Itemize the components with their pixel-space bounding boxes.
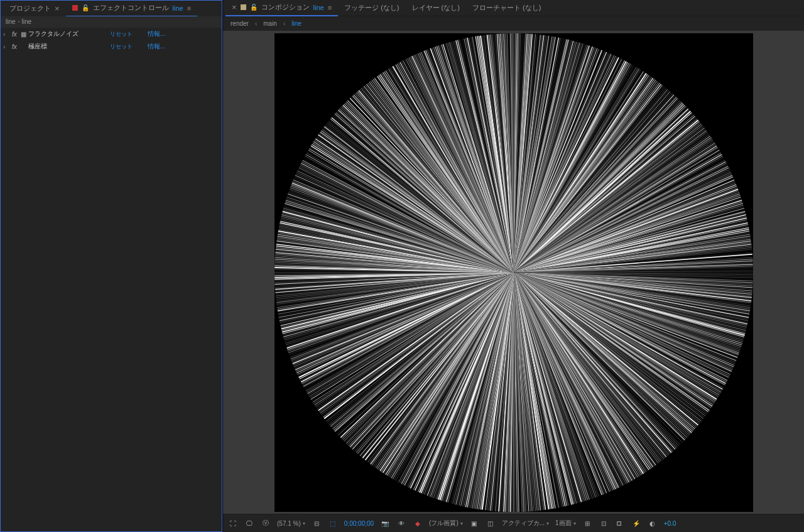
effect-name: 極座標 <box>28 42 110 51</box>
monitor-icon[interactable]: 🖵 <box>244 518 254 528</box>
views-value: 1画面 <box>555 519 572 528</box>
chevron-down-icon: ▾ <box>303 521 305 526</box>
tab-composition[interactable]: × 🔓 コンポジション line ≡ <box>225 0 338 16</box>
exposure-value[interactable]: +0.0 <box>664 520 676 527</box>
fast-preview-icon[interactable]: ⚡ <box>631 518 641 528</box>
tab-label: フローチャート (なし) <box>472 3 541 13</box>
show-snapshot-icon[interactable]: 👁 <box>396 518 406 528</box>
reset-link[interactable]: リセット <box>110 30 148 38</box>
tab-effect-controls[interactable]: 🔓 エフェクトコントロール line ≡ <box>66 0 198 17</box>
zoom-value: (57.1 %) <box>277 520 301 527</box>
mask-icon[interactable]: ⬚ <box>328 518 338 528</box>
chevron-down-icon: ▾ <box>460 521 463 526</box>
tab-label: レイヤー (なし) <box>412 3 460 13</box>
tab-footage[interactable]: フッテージ (なし) <box>338 0 405 16</box>
tab-link: line <box>173 4 183 12</box>
camera-value: アクティブカ... <box>502 519 545 528</box>
crumb-current[interactable]: line <box>291 20 302 27</box>
chevron-down-icon: ▾ <box>573 521 576 526</box>
composition-panel: × 🔓 コンポジション line ≡ フッテージ (なし) レイヤー (なし) … <box>222 0 804 532</box>
effect-row[interactable]: › fx ▦ フラクタルノイズ リセット 情報... <box>1 28 222 40</box>
quality-value: (フル画質) <box>429 519 459 528</box>
camera-dropdown[interactable]: アクティブカ... ▾ <box>502 519 549 528</box>
tab-label: コンポジション <box>261 3 310 12</box>
guides-icon[interactable]: ⊞ <box>582 518 592 528</box>
radial-burst-preview <box>274 33 753 512</box>
effects-panel: プロジェクト × 🔓 エフェクトコントロール line ≡ line・line … <box>0 0 222 532</box>
resolution-icon[interactable]: ⊟ <box>312 518 322 528</box>
disclosure-icon[interactable]: › <box>3 31 9 38</box>
preset-icon[interactable]: ▦ <box>19 31 28 38</box>
pixel-aspect-icon[interactable]: ⛋ <box>615 518 625 528</box>
disclosure-icon[interactable]: › <box>3 43 9 50</box>
reset-link[interactable]: リセット <box>110 43 148 51</box>
panel-menu-icon[interactable]: ≡ <box>328 4 332 11</box>
comp-breadcrumb: render ‹ main ‹ line <box>223 16 804 31</box>
color-swatch-icon <box>72 5 78 11</box>
close-icon[interactable]: × <box>55 4 60 13</box>
roi-icon[interactable]: ▣ <box>469 518 479 528</box>
close-icon[interactable]: × <box>232 3 237 12</box>
transparency-grid-icon[interactable]: ◫ <box>486 518 496 528</box>
views-dropdown[interactable]: 1画面 ▾ <box>555 519 576 528</box>
composition-canvas <box>274 33 753 512</box>
tab-layer[interactable]: レイヤー (なし) <box>406 0 466 16</box>
magnify-icon[interactable]: ⛶ <box>228 518 238 528</box>
fx-badge-icon[interactable]: fx <box>12 43 17 50</box>
effect-name: フラクタルノイズ <box>28 30 110 38</box>
right-tab-row: × 🔓 コンポジション line ≡ フッテージ (なし) レイヤー (なし) … <box>223 0 804 16</box>
tab-label: プロジェクト <box>9 4 51 13</box>
tab-project[interactable]: プロジェクト × <box>3 1 66 16</box>
fx-badge-icon[interactable]: fx <box>12 31 17 38</box>
crumb-item[interactable]: main <box>263 20 277 27</box>
tab-label: フッテージ (なし) <box>344 3 399 13</box>
info-link[interactable]: 情報... <box>148 30 165 38</box>
layer-path: line・line <box>1 16 222 28</box>
info-link[interactable]: 情報... <box>148 42 165 51</box>
effect-row[interactable]: › fx 極座標 リセット 情報... <box>1 40 222 53</box>
exposure-reset-icon[interactable]: ◐ <box>648 518 658 528</box>
viewer-footer: ⛶ 🖵 ⓥ (57.1 %) ▾ ⊟ ⬚ 0;00;00;00 📷 👁 ◆ (フ… <box>223 514 804 532</box>
tab-link: line <box>313 4 324 11</box>
lock-icon[interactable]: 🔓 <box>82 4 89 11</box>
composition-viewer[interactable] <box>223 31 804 514</box>
timecode[interactable]: 0;00;00;00 <box>344 520 374 527</box>
tab-label: エフェクトコントロール <box>93 3 169 13</box>
color-swatch-icon <box>241 4 246 10</box>
app-root: プロジェクト × 🔓 エフェクトコントロール line ≡ line・line … <box>0 0 804 532</box>
lock-icon[interactable]: 🔓 <box>250 4 258 11</box>
left-tab-row: プロジェクト × 🔓 エフェクトコントロール line ≡ <box>1 1 222 16</box>
grid-icon[interactable]: ⊡ <box>599 518 609 528</box>
crumb-item[interactable]: render <box>231 20 249 27</box>
chevron-down-icon: ▾ <box>546 521 549 526</box>
vr-icon[interactable]: ⓥ <box>261 518 271 528</box>
chevron-left-icon: ‹ <box>283 20 285 27</box>
chevron-left-icon: ‹ <box>255 20 257 27</box>
panel-menu-icon[interactable]: ≡ <box>187 4 191 12</box>
channel-icon[interactable]: ◆ <box>413 518 423 528</box>
quality-dropdown[interactable]: (フル画質) ▾ <box>429 519 463 528</box>
tab-flowchart[interactable]: フローチャート (なし) <box>466 0 547 16</box>
zoom-dropdown[interactable]: (57.1 %) ▾ <box>277 520 305 527</box>
layer-path-text: line・line <box>6 18 31 26</box>
snapshot-icon[interactable]: 📷 <box>380 518 390 528</box>
